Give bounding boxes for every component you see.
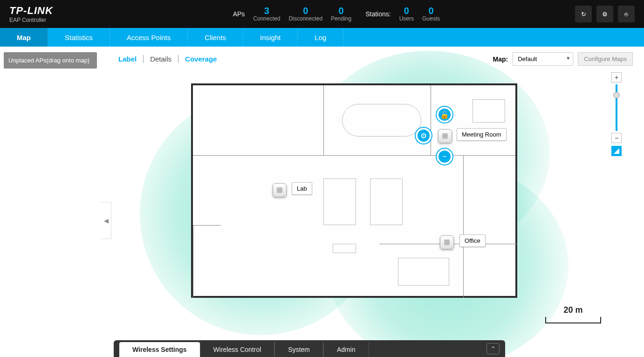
nav-tab-access-points[interactable]: Access Points: [110, 28, 188, 47]
scale-line: [545, 317, 601, 323]
desk-cluster: [323, 178, 356, 225]
ap-label-meeting-room: Meeting Room: [457, 128, 507, 141]
settings-button[interactable]: ⚙: [596, 6, 613, 22]
map-selector-label: Map:: [493, 55, 508, 63]
ap-marker-office[interactable]: [440, 235, 454, 249]
zoom-slider-track[interactable]: [616, 84, 617, 131]
ap-label-lab: Lab: [292, 182, 312, 195]
map-toolbar: Label Details Coverage Map: Default Conf…: [112, 52, 633, 66]
nav-tab-clients[interactable]: Clients: [188, 28, 243, 47]
stat-disconnected[interactable]: 0 Disconnected: [288, 6, 322, 22]
expand-panel-button[interactable]: ⌃: [486, 343, 500, 354]
minus-icon: −: [442, 152, 446, 161]
signal-icon: [613, 148, 620, 154]
scale-text: 20 m: [563, 305, 582, 315]
logout-button[interactable]: ⎋: [618, 6, 635, 22]
zoom-controls: + −: [611, 72, 622, 156]
chevron-left-icon: ◀: [104, 217, 109, 224]
conference-table: [342, 104, 421, 137]
ap-label-office: Office: [459, 234, 486, 247]
stations-stats: Stations: 0 Users 0 Guests: [365, 6, 440, 22]
scale-bar: 20 m: [545, 305, 601, 323]
main-nav: Map Statistics Access Points Clients Ins…: [0, 28, 644, 47]
main-area: Unplaced APs(drag onto map) ◀ Label Deta…: [0, 47, 644, 357]
sofa: [333, 244, 356, 253]
stations-label: Stations:: [365, 10, 391, 18]
nav-tab-map[interactable]: Map: [0, 28, 48, 47]
nav-tab-insight[interactable]: Insight: [243, 28, 298, 47]
chevron-up-icon: ⌃: [491, 345, 496, 352]
desk-cluster: [398, 258, 449, 286]
aps-label: APs: [233, 10, 245, 18]
map-content: Label Details Coverage Map: Default Conf…: [101, 47, 644, 357]
logo-block: TP-LINK EAP Controller: [9, 5, 53, 23]
ap-action-settings[interactable]: ⚙: [416, 128, 432, 144]
ap-action-remove[interactable]: −: [437, 149, 452, 165]
configure-maps-button[interactable]: Configure Maps: [578, 52, 633, 66]
toolbar-right: Map: Default Configure Maps: [493, 52, 633, 66]
aps-stats: APs 3 Connected 0 Disconnected 0 Pending: [233, 6, 352, 22]
bottom-settings-panel: Wireless Settings Wireless Control Syste…: [114, 340, 505, 357]
gear-icon: ⚙: [602, 11, 608, 18]
brand-logo: TP-LINK: [9, 5, 53, 17]
zoom-out-button[interactable]: −: [611, 133, 622, 143]
stat-users[interactable]: 0 Users: [399, 6, 414, 22]
map-select[interactable]: Default: [513, 52, 573, 66]
map-canvas[interactable]: Meeting Room 🔓 ⚙ − Lab Office + −: [112, 69, 624, 330]
floorplan: [191, 83, 517, 298]
sidebar-collapse-button[interactable]: ◀: [101, 202, 111, 239]
ap-action-unlock[interactable]: 🔓: [437, 107, 452, 123]
toggle-details[interactable]: Details: [144, 55, 178, 63]
gear-icon: ⚙: [420, 131, 427, 140]
bottom-tab-admin[interactable]: Admin: [323, 342, 369, 357]
zoom-in-button[interactable]: +: [611, 72, 622, 82]
nav-tab-statistics[interactable]: Statistics: [48, 28, 110, 47]
toggle-label[interactable]: Label: [112, 55, 144, 63]
ap-marker-meeting-room[interactable]: [438, 129, 452, 143]
coverage-toggle-button[interactable]: [611, 146, 622, 156]
desk: [473, 99, 505, 123]
stat-connected[interactable]: 3 Connected: [253, 6, 280, 22]
header: TP-LINK EAP Controller APs 3 Connected 0…: [0, 0, 644, 28]
bottom-tab-system[interactable]: System: [274, 342, 323, 357]
unplaced-aps-header: Unplaced APs(drag onto map): [4, 52, 97, 69]
ap-marker-lab[interactable]: [273, 183, 287, 197]
view-toggles: Label Details Coverage: [112, 55, 223, 63]
logout-icon: ⎋: [624, 11, 628, 18]
header-actions: ↻ ⚙ ⎋: [575, 6, 635, 22]
stat-guests[interactable]: 0 Guests: [422, 6, 440, 22]
sidebar-unplaced: Unplaced APs(drag onto map): [0, 47, 101, 357]
reload-icon: ↻: [581, 11, 586, 18]
product-name: EAP Controller: [9, 17, 53, 23]
unlock-icon: 🔓: [440, 110, 449, 119]
header-stats: APs 3 Connected 0 Disconnected 0 Pending…: [233, 6, 440, 22]
nav-tab-log[interactable]: Log: [298, 28, 343, 47]
toggle-coverage[interactable]: Coverage: [178, 55, 223, 63]
bottom-tab-wireless-control[interactable]: Wireless Control: [200, 342, 275, 357]
zoom-slider-handle[interactable]: [613, 92, 620, 98]
stat-pending[interactable]: 0 Pending: [331, 6, 351, 22]
reload-button[interactable]: ↻: [575, 6, 592, 22]
bottom-tab-wireless-settings[interactable]: Wireless Settings: [119, 342, 200, 357]
desk-cluster: [370, 178, 403, 225]
